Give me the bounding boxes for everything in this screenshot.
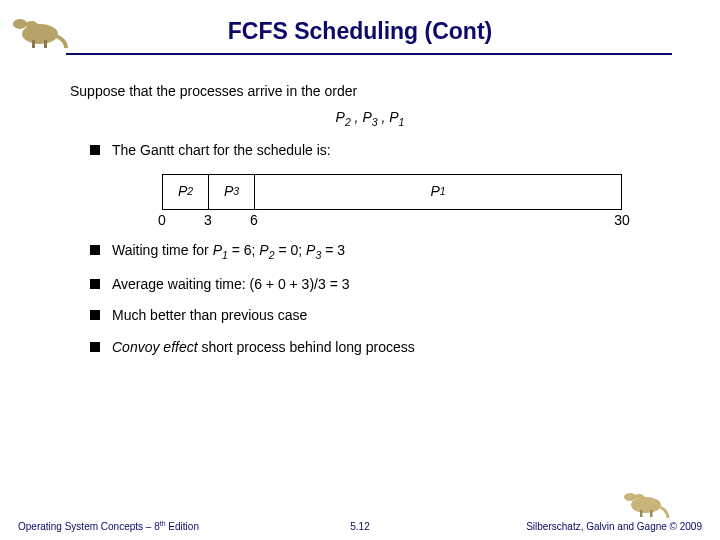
title-divider (66, 53, 672, 55)
gantt-segment: P2 (162, 175, 208, 209)
gantt-segment: P1 (254, 175, 622, 209)
dinosaur-icon (8, 10, 68, 50)
gantt-tick: 3 (204, 212, 212, 230)
intro-text: Suppose that the processes arrive in the… (70, 83, 670, 101)
svg-rect-3 (44, 40, 47, 48)
gantt-tick: 6 (250, 212, 258, 230)
bullet-gantt: The Gantt chart for the schedule is: P2P… (90, 142, 670, 228)
gantt-tick: 30 (614, 212, 630, 230)
footer-left: Operating System Concepts – 8th Edition (18, 520, 199, 532)
slide-title: FCFS Scheduling (Cont) (0, 0, 720, 45)
svg-rect-2 (32, 40, 35, 48)
bullet-waiting: Waiting time for P1 = 6; P2 = 0; P3 = 3 (90, 242, 670, 262)
bullet-better: Much better than previous case (90, 307, 670, 325)
gantt-tick: 0 (158, 212, 166, 230)
gantt-chart: P2P3P1 03630 (162, 174, 622, 228)
svg-point-4 (631, 497, 661, 513)
svg-rect-7 (650, 510, 653, 517)
slide-body: Suppose that the processes arrive in the… (70, 83, 670, 356)
footer-right: Silberschatz, Galvin and Gagne © 2009 (526, 521, 702, 532)
bullet-list: The Gantt chart for the schedule is: P2P… (90, 142, 670, 356)
svg-rect-6 (640, 510, 643, 517)
bullet-average: Average waiting time: (6 + 0 + 3)/3 = 3 (90, 276, 670, 294)
gantt-segment: P3 (208, 175, 254, 209)
dinosaur-icon (620, 485, 670, 520)
bullet-convoy: Convoy effect short process behind long … (90, 339, 670, 357)
process-order: P2 , P3 , P1 (70, 109, 670, 129)
footer-page: 5.12 (350, 521, 369, 532)
